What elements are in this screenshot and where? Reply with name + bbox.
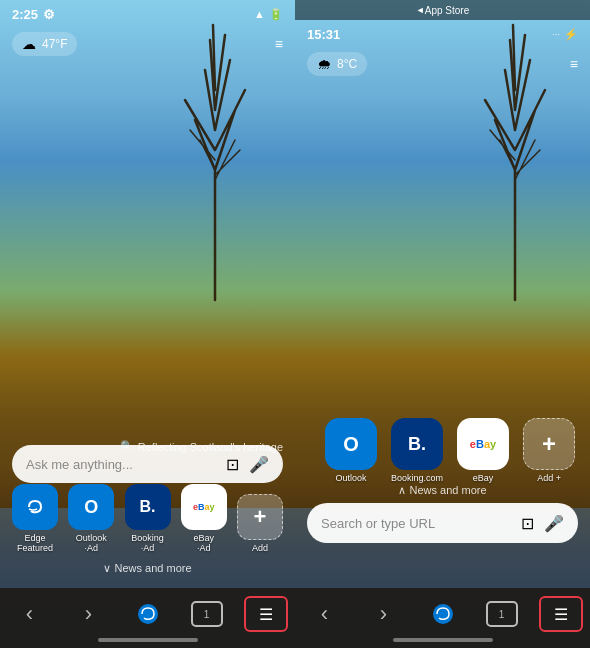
camera-icon[interactable]: ⊡ (226, 455, 239, 474)
app-ebay[interactable]: eBay eBay·Ad (181, 484, 227, 553)
right-status-icons: ··· ⚡ (552, 28, 578, 41)
app-outlook[interactable]: O Outlook·Ad (68, 484, 114, 553)
svg-point-2 (433, 604, 453, 624)
time-text: 2:25 (12, 7, 38, 22)
booking-icon: B. (125, 484, 171, 530)
tree-decoration (155, 20, 275, 320)
url-mic-icon[interactable]: 🎤 (544, 514, 564, 533)
tabs-count: 1 (191, 601, 223, 627)
app-add[interactable]: + Add (237, 494, 283, 553)
right-tabs-number: 1 (499, 609, 505, 620)
left-news-label: ∨ News and more (103, 562, 191, 574)
add-icon: + (237, 494, 283, 540)
app-store-bar: ◄ App Store (295, 0, 590, 20)
battery-icon: 🔋 (269, 8, 283, 21)
settings-icon: ⚙ (43, 7, 55, 22)
right-app-grid: O Outlook B. Booking.com eBay eBay + Add… (325, 418, 560, 483)
wifi-icon: ▲ (254, 8, 265, 20)
right-app-outlook[interactable]: O Outlook (325, 418, 377, 483)
url-placeholder: Search or type URL (321, 516, 435, 531)
app-edge-label: EdgeFeatured (17, 533, 53, 553)
right-phone-screen: ◄ App Store 15:31 ··· ⚡ 🌧 8°C ≡ O Outloo… (295, 0, 590, 648)
right-battery-icon: ⚡ (564, 28, 578, 41)
app-booking-label: Booking·Ad (131, 533, 164, 553)
right-forward-icon: › (380, 601, 387, 627)
url-bar[interactable]: Search or type URL ⊡ 🎤 (307, 503, 578, 543)
right-wifi-icon: ··· (552, 29, 560, 39)
right-app-add[interactable]: + Add + (523, 418, 575, 483)
left-menu-btn[interactable]: ☰ (244, 596, 288, 632)
mic-icon[interactable]: 🎤 (249, 455, 269, 474)
right-edge-btn[interactable] (421, 596, 465, 632)
right-filter-icon[interactable]: ≡ (570, 56, 578, 72)
left-tabs-btn[interactable]: 1 (185, 596, 229, 632)
left-time: 2:25 ⚙ (12, 7, 55, 22)
url-camera-icon[interactable]: ⊡ (521, 514, 534, 533)
cloud-icon: ☁ (22, 36, 36, 52)
left-filter-icon[interactable]: ≡ (275, 36, 283, 52)
url-bar-icons: ⊡ 🎤 (521, 514, 564, 533)
left-weather-widget: ☁ 47°F (12, 32, 77, 56)
menu-icon: ☰ (259, 605, 273, 624)
app-outlook-label: Outlook·Ad (76, 533, 107, 553)
right-time: 15:31 (307, 27, 340, 42)
left-forward-btn[interactable]: › (67, 596, 111, 632)
tabs-number: 1 (204, 609, 210, 620)
back-icon: ‹ (26, 601, 33, 627)
right-back-icon: ‹ (321, 601, 328, 627)
app-ebay-label: eBay·Ad (193, 533, 214, 553)
right-menu-btn[interactable]: ☰ (539, 596, 583, 632)
left-status-bar: 2:25 ⚙ ▲ 🔋 (0, 0, 295, 28)
outlook-icon: O (68, 484, 114, 530)
right-booking-icon: B. (391, 418, 443, 470)
right-time-text: 15:31 (307, 27, 340, 42)
right-outlook-icon: O (325, 418, 377, 470)
right-tabs-btn[interactable]: 1 (480, 596, 524, 632)
right-news-more[interactable]: ∧ News and more (295, 480, 590, 498)
right-home-indicator (393, 638, 493, 642)
left-status-icons: ▲ 🔋 (254, 8, 283, 21)
right-cloud-icon: 🌧 (317, 56, 331, 72)
svg-point-1 (138, 604, 158, 624)
right-news-label: ∧ News and more (398, 484, 486, 496)
right-menu-icon: ☰ (554, 605, 568, 624)
right-add-icon: + (523, 418, 575, 470)
right-app-booking[interactable]: B. Booking.com (391, 418, 443, 483)
left-app-grid: EdgeFeatured O Outlook·Ad B. Booking·Ad … (12, 484, 283, 553)
right-ebay-icon: eBay (457, 418, 509, 470)
forward-icon: › (85, 601, 92, 627)
right-tabs-count: 1 (486, 601, 518, 627)
right-back-btn[interactable]: ‹ (303, 596, 347, 632)
right-app-ebay[interactable]: eBay eBay (457, 418, 509, 483)
left-phone-screen: 2:25 ⚙ ▲ 🔋 ☁ 47°F ≡ 🔍 Reflecting Scotlan… (0, 0, 295, 648)
edge-icon (12, 484, 58, 530)
back-arrow-icon: ◄ (416, 5, 425, 15)
right-temp: 8°C (337, 57, 357, 71)
app-add-label: Add (252, 543, 268, 553)
right-tree-decoration (455, 20, 575, 320)
left-home-indicator (98, 638, 198, 642)
app-edge[interactable]: EdgeFeatured (12, 484, 58, 553)
right-status-bar: 15:31 ··· ⚡ (295, 20, 590, 48)
ebay-icon: eBay (181, 484, 227, 530)
right-weather-widget: 🌧 8°C (307, 52, 367, 76)
app-booking[interactable]: B. Booking·Ad (124, 484, 170, 553)
left-back-btn[interactable]: ‹ (8, 596, 52, 632)
left-temp: 47°F (42, 37, 67, 51)
ask-placeholder: Ask me anything... (26, 457, 133, 472)
ask-bar[interactable]: Ask me anything... ⊡ 🎤 (12, 445, 283, 483)
ask-bar-icons: ⊡ 🎤 (226, 455, 269, 474)
right-forward-btn[interactable]: › (362, 596, 406, 632)
left-edge-btn[interactable] (126, 596, 170, 632)
svg-point-0 (23, 495, 47, 519)
app-store-text: App Store (425, 5, 469, 16)
left-news-more[interactable]: ∨ News and more (0, 558, 295, 576)
